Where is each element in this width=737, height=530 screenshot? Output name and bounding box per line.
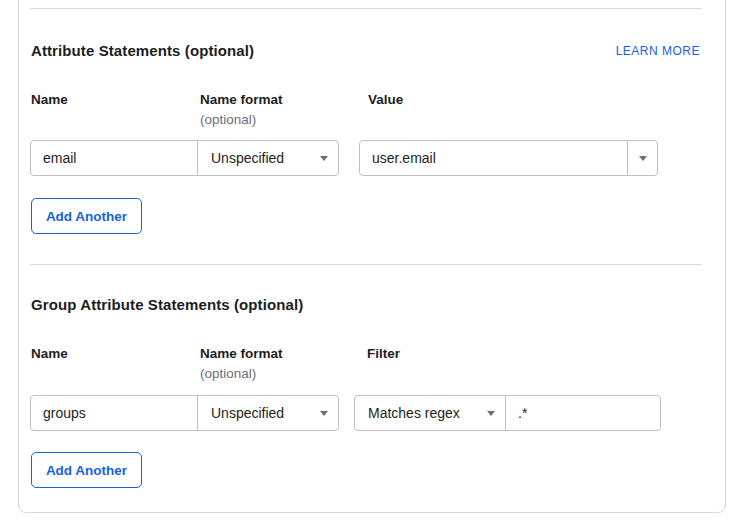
column-sublabel-optional: (optional) (200, 112, 256, 127)
chevron-down-icon (320, 156, 328, 161)
chevron-down-icon (320, 411, 328, 416)
attr-name-format-select[interactable]: Unspecified (197, 140, 339, 176)
chevron-down-icon (639, 156, 647, 161)
attr-value-dropdown-button[interactable] (627, 140, 658, 176)
column-label-name: Name (31, 92, 68, 107)
attr-name-format-value: Unspecified (211, 150, 284, 166)
add-another-button[interactable]: Add Another (31, 198, 142, 234)
group-name-format-select[interactable]: Unspecified (197, 395, 339, 431)
attr-value-input[interactable] (359, 140, 628, 176)
group-name-format-value: Unspecified (211, 405, 284, 421)
group-filter-type-value: Matches regex (368, 405, 460, 421)
group-attribute-statements-title: Group Attribute Statements (optional) (31, 296, 303, 313)
learn-more-link[interactable]: LEARN MORE (616, 44, 700, 58)
column-label-value: Value (368, 92, 403, 107)
group-name-input[interactable] (30, 395, 198, 431)
attribute-statements-title: Attribute Statements (optional) (31, 42, 254, 59)
section-divider (30, 8, 702, 9)
column-label-filter: Filter (367, 346, 400, 361)
group-filter-type-select[interactable]: Matches regex (354, 395, 506, 431)
column-sublabel-optional: (optional) (200, 366, 256, 381)
column-label-name-format: Name format (200, 346, 283, 361)
section-divider (30, 264, 702, 265)
column-label-name: Name (31, 346, 68, 361)
column-label-name-format: Name format (200, 92, 283, 107)
saml-settings-panel: Attribute Statements (optional) LEARN MO… (0, 0, 737, 530)
add-another-button[interactable]: Add Another (31, 452, 142, 488)
chevron-down-icon (487, 411, 495, 416)
group-filter-value-input[interactable] (505, 395, 661, 431)
attr-name-input[interactable] (30, 140, 198, 176)
settings-card (18, 0, 726, 513)
